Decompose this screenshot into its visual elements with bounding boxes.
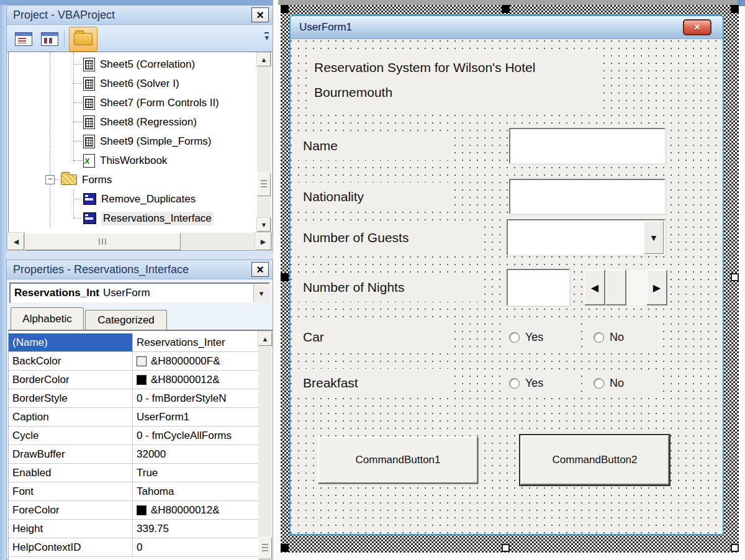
tab-alphabetic[interactable]: Alphabetic [11, 307, 84, 330]
tree-item-reservations-interface[interactable]: Reservations_Interface [9, 209, 214, 228]
radio-icon[interactable] [594, 378, 604, 389]
property-value: Tahoma [137, 485, 174, 498]
property-value: &H80000012& [151, 504, 220, 517]
userform-caption: UserForm1 [299, 21, 352, 34]
car-no-option[interactable]: No [589, 323, 658, 351]
tree-item-sheet7[interactable]: Sheet7 (Form Controls II) [9, 93, 219, 112]
command-button-2[interactable]: CommandButton2 [520, 435, 669, 485]
scrollbar-thumb[interactable] [257, 173, 271, 196]
tree-item-remove-duplicates[interactable]: Remove_Duplicates [9, 189, 196, 209]
userform-window: UserForm1 × Reservation System for Wilso… [289, 15, 724, 535]
form-heading-label[interactable]: Reservation System for Wilson's Hotel Bo… [308, 54, 603, 109]
radio-icon[interactable] [509, 378, 520, 389]
property-row-cycle[interactable]: Cycle 0 - fmCycleAllForms [9, 427, 258, 445]
tree-vertical-scrollbar[interactable]: ▲ ▼ [257, 52, 271, 232]
tree-item-sheet8[interactable]: Sheet8 (Regression) [9, 112, 197, 132]
object-selector[interactable]: Reservations_Int UserForm ▾ [9, 282, 270, 304]
property-row-enabled[interactable]: Enabled True [9, 464, 258, 482]
name-label[interactable]: Name [298, 132, 451, 160]
scroll-down-icon[interactable]: ▼ [257, 218, 271, 232]
guests-label[interactable]: Number of Guests [298, 224, 482, 252]
guests-combobox[interactable]: ▼ [507, 219, 666, 256]
tree-item-sheet5[interactable]: Sheet5 (Correlation) [9, 55, 195, 74]
resize-handle-bottom-right[interactable] [731, 544, 739, 552]
designer-canvas: UserForm1 × Reservation System for Wilso… [273, 0, 745, 560]
userform-titlebar[interactable]: UserForm1 × [291, 16, 723, 39]
close-icon[interactable]: × [251, 262, 269, 277]
resize-handle-top-left[interactable] [281, 5, 289, 13]
properties-vertical-scrollbar[interactable]: ▲ [258, 331, 273, 560]
scrollbar-thumb[interactable] [605, 269, 626, 305]
resize-handle-top-right[interactable] [731, 5, 739, 13]
property-row-bordercolor[interactable]: BorderColor &H80000012& [9, 371, 258, 389]
resize-handle-bottom-left[interactable] [281, 544, 289, 552]
name-textbox[interactable] [509, 128, 666, 164]
breakfast-no-option[interactable]: No [589, 369, 658, 397]
close-icon[interactable]: × [251, 7, 269, 22]
property-row-caption[interactable]: Caption UserForm1 [9, 408, 258, 427]
tree-item-forms-folder[interactable]: − Forms [9, 170, 112, 189]
scroll-left-icon[interactable]: ◀ [584, 269, 605, 305]
scroll-right-icon[interactable]: ▶ [646, 269, 667, 305]
property-row-forecolor[interactable]: ForeColor &H80000012& [9, 501, 258, 520]
car-label[interactable]: Car [298, 323, 451, 351]
nationality-textbox[interactable] [509, 179, 666, 214]
close-icon[interactable]: × [683, 19, 711, 35]
toolbar-overflow-button[interactable]: ▾ [264, 32, 269, 42]
tree-horizontal-scrollbar[interactable]: ◀ ▶ [8, 233, 271, 250]
property-row-borderstyle[interactable]: BorderStyle 0 - fmBorderStyleN [9, 389, 258, 408]
project-panel-header[interactable]: Project - VBAProject × [7, 6, 273, 25]
dropdown-icon[interactable]: ▼ [644, 221, 664, 254]
scroll-right-icon[interactable]: ▶ [255, 233, 271, 250]
scroll-up-icon[interactable]: ▲ [257, 53, 271, 66]
radio-icon[interactable] [509, 332, 520, 343]
toggle-folders-button[interactable] [69, 27, 97, 52]
radio-label: Yes [525, 377, 543, 390]
resize-handle-mid-right[interactable] [731, 273, 739, 281]
nights-label[interactable]: Number of Nights [298, 273, 482, 302]
tab-categorized[interactable]: Categorized [85, 310, 167, 330]
view-object-button[interactable] [38, 29, 61, 50]
property-row-backcolor[interactable]: BackColor &H8000000F& [9, 352, 258, 371]
tree-item-label: ThisWorkbook [100, 155, 167, 167]
scrollbar-track[interactable] [258, 346, 272, 559]
property-row-name[interactable]: (Name) Reservations_Inter [9, 333, 258, 352]
nights-textbox[interactable] [507, 269, 570, 306]
property-row-height[interactable]: Height 339.75 [9, 520, 258, 538]
tree-item-sheet6[interactable]: Sheet6 (Solver I) [9, 74, 179, 93]
radio-icon[interactable] [594, 332, 604, 343]
car-yes-option[interactable]: Yes [504, 323, 579, 351]
scrollbar-track[interactable] [626, 269, 646, 305]
command-button-1[interactable]: CommandButton1 [318, 436, 478, 484]
tree-guide-line [55, 179, 60, 180]
resize-handle-mid-left[interactable] [281, 273, 289, 281]
collapse-icon[interactable]: − [45, 175, 55, 184]
properties-panel-header[interactable]: Properties - Reservations_Interface × [7, 260, 273, 279]
chevron-down-icon[interactable]: ▾ [253, 284, 269, 302]
view-code-button[interactable] [12, 29, 35, 50]
view-code-icon [15, 32, 32, 46]
property-grid: (Name) Reservations_Inter BackColor &H80… [8, 330, 273, 560]
scroll-up-icon[interactable]: ▲ [258, 332, 272, 346]
property-row-helpcontextid[interactable]: HelpContextID 0 [9, 538, 258, 557]
nights-spin-scrollbar[interactable]: ◀ ▶ [584, 269, 667, 305]
property-row-drawbuffer[interactable]: DrawBuffer 32000 [9, 445, 258, 464]
tab-label: Categorized [97, 314, 155, 327]
sheet-icon [83, 96, 95, 110]
tree-item-sheet9[interactable]: Sheet9 (Simple_Forms) [9, 132, 212, 151]
tree-item-label: Forms [82, 174, 112, 186]
userform-body[interactable]: Reservation System for Wilson's Hotel Bo… [291, 39, 723, 535]
scroll-left-icon[interactable]: ◀ [8, 233, 24, 250]
breakfast-label[interactable]: Breakfast [298, 369, 451, 397]
breakfast-yes-option[interactable]: Yes [504, 369, 579, 397]
tree-guide-line [73, 122, 82, 122]
scrollbar-thumb[interactable] [258, 537, 272, 559]
property-value: &H80000012& [151, 374, 220, 386]
tree-item-thisworkbook[interactable]: ThisWorkbook [9, 151, 167, 170]
scrollbar-thumb[interactable] [25, 233, 181, 250]
resize-handle-bottom-center[interactable] [502, 544, 510, 552]
nationality-label[interactable]: Nationality [298, 183, 451, 211]
panel-splitter[interactable] [6, 251, 273, 260]
resize-handle-top-center[interactable] [502, 5, 510, 13]
property-row-font[interactable]: Font Tahoma [9, 482, 258, 501]
